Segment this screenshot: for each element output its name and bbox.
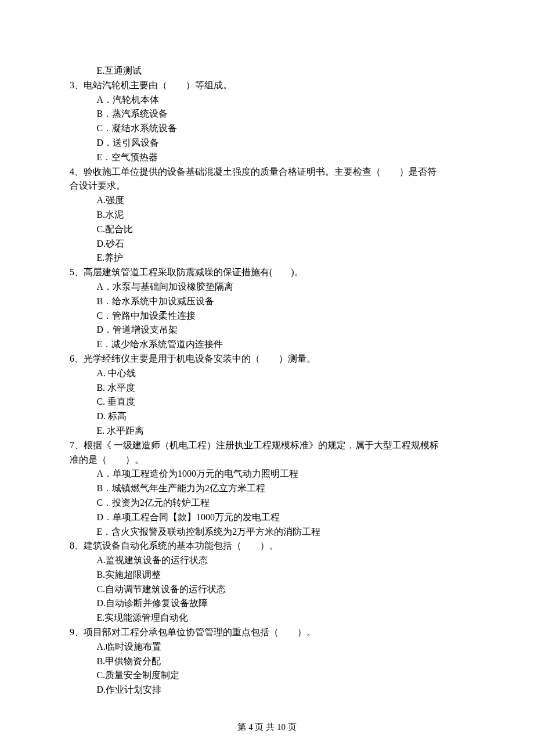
option-text: C．投资为2亿元的转炉工程 [96, 496, 464, 510]
question-number: 6、 [70, 354, 84, 363]
option-text: D. 标高 [96, 409, 464, 424]
option-block: A. 中心线 B. 水平度 C. 垂直度 D. 标高 E. 水平距离 [70, 366, 464, 438]
option-text: B. 水平度 [96, 381, 464, 395]
option-text: B.实施超限调整 [96, 568, 464, 582]
stem-text-continued: 准的是（ ）。 [70, 453, 464, 467]
question-number: 3、 [70, 80, 84, 90]
question-6: 6、光学经纬仪主要是用于机电设备安装中的（ ）测量。 A. 中心线 B. 水平度… [70, 352, 464, 438]
option-text: D.作业计划安排 [96, 683, 464, 697]
option-text: D．送引风设备 [96, 136, 464, 150]
option-text: A．汽轮机本体 [96, 93, 464, 107]
stem-text: 建筑设备自动化系统的基本功能包括（ ）。 [84, 541, 279, 550]
option-text: D．管道增设支吊架 [96, 323, 464, 337]
option-text: B.甲供物资分配 [96, 654, 464, 669]
option-text: C.自动调节建筑设备的运行状态 [96, 582, 464, 597]
option-text: E.互通测试 [96, 64, 464, 78]
option-text: E.实现能源管理自动化 [96, 611, 464, 625]
question-8: 8、建筑设备自动化系统的基本功能包括（ ）。 A.监视建筑设备的运行状态 B.实… [70, 539, 464, 625]
option-text: E. 水平距离 [96, 424, 464, 438]
option-text: C．管路中加设柔性连接 [96, 309, 464, 323]
question-number: 4、 [70, 167, 84, 177]
option-block: A．水泵与基础间加设橡胶垫隔离 B．给水系统中加设减压设备 C．管路中加设柔性连… [70, 280, 464, 352]
option-text: E．含火灾报警及联动控制系统为2万平方米的消防工程 [96, 525, 464, 539]
page-footer: 第 4 页 共 10 页 [0, 721, 534, 734]
option-text: A．单项工程造价为1000万元的电气动力照明工程 [96, 467, 464, 481]
question-number: 5、 [70, 267, 84, 277]
question-number: 9、 [70, 627, 84, 637]
question-5: 5、高层建筑管道工程采取防震减噪的保证措施有( )。 A．水泵与基础间加设橡胶垫… [70, 265, 464, 352]
option-text: C.配合比 [96, 222, 464, 237]
option-text: E.养护 [96, 251, 464, 265]
stem-text: 验收施工单位提供的设备基础混凝土强度的质量合格证明书。主要检查（ ）是否符 [84, 167, 436, 177]
option-text: E．减少给水系统管道内连接件 [96, 337, 464, 352]
option-text: B．给水系统中加设减压设备 [96, 294, 464, 309]
stem-text: 项目部对工程分承包单位协管管理的重点包括（ ）。 [84, 627, 316, 637]
question-9: 9、项目部对工程分承包单位协管管理的重点包括（ ）。 A.临时设施布置 B.甲供… [70, 625, 464, 697]
option-block: A.监视建筑设备的运行状态 B.实施超限调整 C.自动调节建筑设备的运行状态 D… [70, 553, 464, 625]
stem-text: 高层建筑管道工程采取防震减噪的保证措施有( )。 [84, 267, 304, 277]
stem-text-continued: 合设计要求。 [70, 179, 464, 193]
question-number: 8、 [70, 541, 84, 550]
option-text: D.自动诊断并修复设备故障 [96, 596, 464, 611]
question-4: 4、验收施工单位提供的设备基础混凝土强度的质量合格证明书。主要检查（ ）是否符 … [70, 165, 464, 266]
option-text: B.水泥 [96, 208, 464, 222]
option-text: D．单项工程合同【款】1000万元的发电工程 [96, 510, 464, 525]
option-text: A.强度 [96, 193, 464, 208]
question-7: 7、根据《 一级建造师（机电工程）注册执业工程规模标准》的规定，属于大型工程规模… [70, 438, 464, 539]
option-text: C.质量安全制度制定 [96, 668, 464, 683]
question-stem: 6、光学经纬仪主要是用于机电设备安装中的（ ）测量。 [70, 352, 464, 366]
page-content: E.互通测试 3、电站汽轮机主要由（ ）等组成。 A．汽轮机本体 B．蒸汽系统设… [0, 0, 534, 756]
question-number: 7、 [70, 440, 84, 450]
question-stem: 4、验收施工单位提供的设备基础混凝土强度的质量合格证明书。主要检查（ ）是否符 [70, 165, 464, 179]
option-text: B．蒸汽系统设备 [96, 107, 464, 121]
stem-text: 光学经纬仪主要是用于机电设备安装中的（ ）测量。 [84, 354, 316, 363]
option-text: A. 中心线 [96, 366, 464, 381]
option-text: C．凝结水系统设备 [96, 121, 464, 136]
option-text: A．水泵与基础间加设橡胶垫隔离 [96, 280, 464, 294]
option-text: A.临时设施布置 [96, 640, 464, 654]
option-text: A.监视建筑设备的运行状态 [96, 553, 464, 568]
option-text: E．空气预热器 [96, 150, 464, 165]
option-text: D.砂石 [96, 237, 464, 251]
question-stem: 9、项目部对工程分承包单位协管管理的重点包括（ ）。 [70, 625, 464, 640]
option-text: C. 垂直度 [96, 395, 464, 409]
stem-text: 电站汽轮机主要由（ ）等组成。 [84, 80, 232, 90]
question-stem: 5、高层建筑管道工程采取防震减噪的保证措施有( )。 [70, 265, 464, 280]
option-block: A．汽轮机本体 B．蒸汽系统设备 C．凝结水系统设备 D．送引风设备 E．空气预… [70, 93, 464, 165]
option-block: A.临时设施布置 B.甲供物资分配 C.质量安全制度制定 D.作业计划安排 [70, 640, 464, 697]
option-block: A．单项工程造价为1000万元的电气动力照明工程 B．城镇燃气年生产能力为2亿立… [70, 467, 464, 539]
question-stem: 3、电站汽轮机主要由（ ）等组成。 [70, 78, 464, 93]
question-stem: 8、建筑设备自动化系统的基本功能包括（ ）。 [70, 539, 464, 553]
question-3: 3、电站汽轮机主要由（ ）等组成。 A．汽轮机本体 B．蒸汽系统设备 C．凝结水… [70, 78, 464, 165]
stem-text: 根据《 一级建造师（机电工程）注册执业工程规模标准》的规定，属于大型工程规模标 [84, 440, 439, 450]
option-text: B．城镇燃气年生产能力为2亿立方米工程 [96, 481, 464, 496]
orphan-option-block: E.互通测试 [70, 64, 464, 78]
option-block: A.强度 B.水泥 C.配合比 D.砂石 E.养护 [70, 193, 464, 265]
question-stem: 7、根据《 一级建造师（机电工程）注册执业工程规模标准》的规定，属于大型工程规模… [70, 438, 464, 453]
